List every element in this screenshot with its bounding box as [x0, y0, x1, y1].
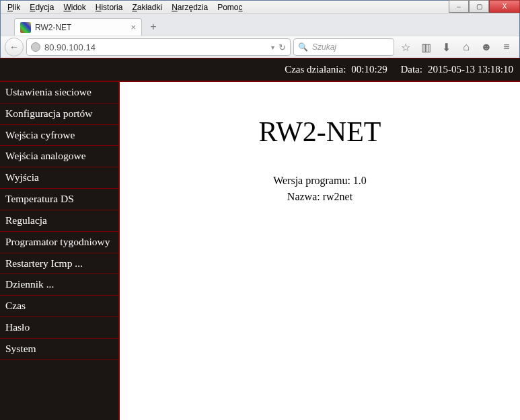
menu-narzedzia[interactable]: Narzędzia — [168, 2, 212, 13]
page-title: RW2-NET — [120, 116, 520, 148]
sidebar-item-system[interactable]: System — [0, 339, 118, 360]
menu-plik[interactable]: Plik — [3, 2, 24, 13]
sidebar-item-regulacja[interactable]: Regulacja — [0, 210, 118, 232]
sidebar-item-restartery-icmp[interactable]: Restartery Icmp ... — [0, 253, 118, 275]
tab-title: RW2-NET — [35, 23, 126, 32]
date-label: Data: — [400, 64, 422, 75]
url-text: 80.90.100.14 — [44, 42, 264, 52]
top-status-strip: Czas działania: 00:10:29 Data: 2015-05-1… — [0, 58, 520, 82]
name-label: Nazwa: — [287, 191, 320, 202]
version-label: Wersja programu: — [273, 175, 350, 186]
arrow-left-icon: ← — [9, 42, 19, 52]
maximize-button[interactable]: ▢ — [469, 0, 489, 13]
reload-icon[interactable]: ↻ — [278, 42, 286, 52]
favicon-icon — [20, 22, 31, 33]
name-line: Nazwa: rw2net — [120, 191, 520, 203]
sidebar-item-wyjscia[interactable]: Wyjścia — [0, 167, 118, 189]
menu-historia[interactable]: Historia — [91, 2, 127, 13]
hamburger-menu-icon[interactable]: ≡ — [498, 38, 515, 56]
menu-edycja[interactable]: Edycja — [26, 2, 58, 13]
sidebar-item-dziennik[interactable]: Dziennik ... — [0, 274, 118, 296]
tabstrip: RW2-NET × + — [1, 14, 519, 36]
page-content: Czas działania: 00:10:29 Data: 2015-05-1… — [0, 58, 520, 420]
uptime-value: 00:10:29 — [351, 64, 387, 75]
window-controls: – ▢ X — [449, 0, 520, 13]
sidebar-item-programator-tygodniowy[interactable]: Programator tygodniowy — [0, 232, 118, 253]
sidebar-item-wejscia-analogowe[interactable]: Wejścia analogowe — [0, 146, 118, 167]
url-bar[interactable]: 80.90.100.14 ▾ ↻ — [26, 38, 291, 56]
sidebar-item-haslo[interactable]: Hasło — [0, 317, 118, 339]
sidebar: Ustawienia sieciowe Konfiguracja portów … — [0, 82, 120, 420]
uptime-label: Czas działania: — [285, 64, 346, 75]
version-line: Wersja programu: 1.0 — [120, 175, 520, 187]
tab-active[interactable]: RW2-NET × — [14, 18, 142, 36]
tab-close-icon[interactable]: × — [131, 22, 136, 32]
main-panel: RW2-NET Wersja programu: 1.0 Nazwa: rw2n… — [120, 82, 520, 420]
sidebar-item-temperatura-ds[interactable]: Temperatura DS — [0, 189, 118, 210]
home-icon[interactable]: ⌂ — [457, 38, 475, 56]
version-value: 1.0 — [353, 175, 367, 186]
url-dropdown-icon[interactable]: ▾ — [271, 44, 274, 51]
new-tab-button[interactable]: + — [146, 20, 161, 34]
search-bar[interactable]: 🔍 Szukaj — [293, 38, 394, 56]
search-icon: 🔍 — [298, 42, 308, 52]
minimize-button[interactable]: – — [449, 0, 469, 13]
sidebar-item-wejscia-cyfrowe[interactable]: Wejścia cyfrowe — [0, 125, 118, 146]
chat-icon[interactable]: ☻ — [478, 38, 495, 56]
menubar: Plik Edycja Widok Historia Zakładki Narz… — [1, 1, 519, 14]
library-icon[interactable]: ▥ — [417, 38, 435, 56]
bookmark-star-icon[interactable]: ☆ — [397, 38, 414, 56]
downloads-icon[interactable]: ⬇ — [437, 38, 455, 56]
name-value: rw2net — [323, 191, 352, 202]
sidebar-item-ustawienia-sieciowe[interactable]: Ustawienia sieciowe — [0, 82, 118, 103]
navbar: ← 80.90.100.14 ▾ ↻ 🔍 Szukaj ☆ ▥ ⬇ ⌂ ☻ ≡ — [1, 36, 519, 58]
date-value: 2015-05-13 13:18:10 — [428, 64, 513, 75]
sidebar-item-czas[interactable]: Czas — [0, 296, 118, 317]
menu-zakladki[interactable]: Zakładki — [128, 2, 166, 13]
close-button[interactable]: X — [489, 0, 520, 13]
menu-widok[interactable]: Widok — [59, 2, 89, 13]
back-button[interactable]: ← — [5, 38, 24, 56]
search-placeholder: Szukaj — [312, 42, 336, 52]
sidebar-item-konfiguracja-portow[interactable]: Konfiguracja portów — [0, 103, 118, 125]
globe-icon — [31, 42, 40, 52]
menu-pomoc[interactable]: Pomoc — [213, 2, 246, 13]
